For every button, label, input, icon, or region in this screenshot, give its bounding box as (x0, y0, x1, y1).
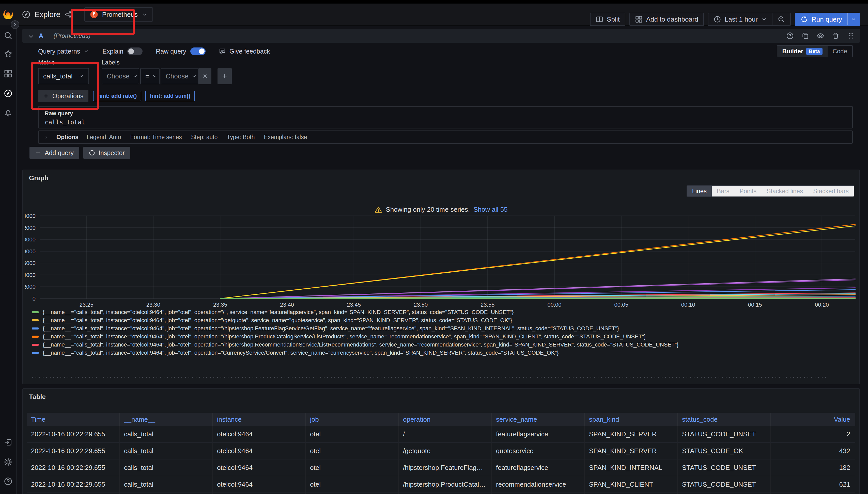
table-cell: recommendationservice (492, 493, 585, 494)
legend-item[interactable]: {__name__="calls_total", instance="otelc… (32, 308, 855, 316)
toggle-visibility-button[interactable] (817, 32, 824, 40)
explain-toggle[interactable] (127, 48, 143, 55)
label-value-placeholder: Choose (166, 72, 188, 80)
label-value-select[interactable]: Choose (161, 68, 199, 84)
inspector-button[interactable]: Inspector (83, 147, 130, 159)
query-hint-button[interactable]: hint: add rate() (93, 91, 141, 101)
chevron-down-icon (851, 17, 856, 22)
sidebar-item-dashboards[interactable] (0, 67, 16, 80)
query-options-toggle[interactable]: Options Legend: AutoFormat: Time seriesS… (38, 131, 853, 144)
collapse-query-icon[interactable] (28, 33, 33, 39)
graph-style-tab-points[interactable]: Points (734, 186, 761, 196)
sidebar-item-search[interactable] (0, 29, 16, 42)
search-icon (4, 31, 13, 40)
datasource-picker[interactable]: Prometheus (84, 7, 153, 22)
legend-item[interactable]: {__name__="calls_total", instance="otelc… (32, 349, 855, 357)
svg-text:23:45: 23:45 (347, 302, 361, 308)
series-limit-warning: Showing only 20 time series. Show all 55 (23, 206, 860, 213)
legend-series-color (32, 336, 39, 338)
time-range-picker[interactable]: Last 1 hour (708, 13, 772, 25)
query-patterns-dropdown[interactable]: Query patterns (38, 48, 89, 55)
query-patterns-label: Query patterns (38, 48, 80, 55)
split-button[interactable]: Split (590, 13, 625, 26)
metric-select[interactable]: calls_total (38, 68, 89, 84)
table-column-header-value[interactable]: Value (771, 413, 855, 426)
sidebar-item-help[interactable] (0, 475, 16, 488)
svg-text:23:25: 23:25 (79, 302, 93, 308)
graph-style-tab-lines[interactable]: Lines (687, 186, 712, 196)
sidebar-item-starred[interactable] (0, 47, 16, 60)
duplicate-query-button[interactable] (801, 32, 809, 40)
add-to-dashboard-button[interactable]: Add to dashboard (629, 13, 704, 26)
table-column-header-time[interactable]: Time (27, 413, 120, 426)
table-column-header-servicename[interactable]: service_name (492, 413, 585, 426)
sidebar-item-configuration[interactable] (0, 455, 16, 469)
operations-button[interactable]: Operations (38, 90, 88, 102)
table-row: 2022-10-16 00:22:29.655calls_totalotelco… (27, 443, 855, 459)
query-row-header[interactable]: A (Prometheus) (22, 29, 860, 43)
graph-style-tab-bars[interactable]: Bars (712, 186, 734, 196)
delete-query-button[interactable] (832, 32, 839, 40)
window-top-strip (0, 0, 868, 3)
svg-text:23:55: 23:55 (481, 302, 494, 308)
query-hint-button[interactable]: hint: add sum() (145, 91, 195, 101)
add-label-filter-button[interactable] (217, 68, 232, 84)
svg-text:00:05: 00:05 (614, 302, 628, 308)
operations-row: Operations hint: add rate()hint: add sum… (38, 90, 195, 102)
copy-icon (801, 32, 809, 40)
run-query-dropdown[interactable] (847, 13, 860, 25)
dashboards-icon (4, 69, 13, 78)
legend-item[interactable]: {__name__="calls_total", instance="otelc… (32, 332, 855, 341)
drag-query-handle[interactable] (847, 32, 855, 40)
svg-text:00:00: 00:00 (547, 302, 561, 308)
label-key-select[interactable]: Choose (102, 68, 139, 84)
sidebar-item-sign-in[interactable] (0, 436, 16, 449)
legend-series-label: {__name__="calls_total", instance="otelc… (43, 325, 619, 332)
label-operator-select[interactable]: = (140, 68, 160, 84)
legend-item[interactable]: {__name__="calls_total", instance="otelc… (32, 324, 855, 332)
add-query-button[interactable]: Add query (30, 147, 79, 159)
svg-text:23:50: 23:50 (414, 302, 428, 308)
run-query-button[interactable]: Run query (795, 13, 847, 25)
time-series-chart[interactable]: 0200040006000800010000120001400023:2523:… (25, 213, 858, 308)
table-cell: 2022-10-16 00:22:29.655 (27, 493, 120, 494)
sidebar-item-alerting[interactable] (0, 106, 16, 119)
graph-legend: {__name__="calls_total", instance="otelc… (32, 308, 855, 359)
raw-query-label: Raw query (156, 48, 186, 55)
share-icon[interactable] (65, 11, 72, 18)
zoom-out-button[interactable] (772, 13, 790, 25)
raw-query-toggle[interactable] (190, 48, 205, 55)
table-cell: otel (306, 476, 399, 493)
table-cell: otel (306, 443, 399, 459)
grafana-explore-page: Explore Prometheus Split Add to dashboar… (0, 0, 868, 494)
graph-style-tab-stacked-lines[interactable]: Stacked lines (761, 186, 808, 196)
table-column-header-name[interactable]: __name__ (120, 413, 213, 426)
give-feedback-button[interactable]: Give feedback (219, 48, 270, 55)
table-cell: calls_total (120, 493, 213, 494)
help-circle-icon (786, 32, 794, 40)
query-help-button[interactable] (786, 32, 794, 40)
legend-series-label: {__name__="calls_total", instance="otelc… (43, 341, 679, 348)
legend-item[interactable]: {__name__="calls_total", instance="otelc… (32, 341, 855, 349)
legend-item[interactable]: {__name__="calls_total", instance="otelc… (32, 316, 855, 324)
chevron-down-icon (28, 33, 35, 40)
builder-tab[interactable]: Builder Beta (777, 46, 828, 57)
table-cell: SPAN_KIND_SERVER (585, 443, 678, 459)
table-column-header-operation[interactable]: operation (399, 413, 492, 426)
show-all-series-link[interactable]: Show all 55 (473, 206, 507, 213)
svg-text:10000: 10000 (25, 236, 36, 243)
editor-mode-switch: Builder Beta Code (777, 45, 853, 57)
table-column-header-statuscode[interactable]: status_code (678, 413, 771, 426)
sidebar-expand-button[interactable] (11, 20, 19, 29)
remove-label-filter-button[interactable] (199, 68, 212, 84)
table-cell: calls_total (120, 476, 213, 493)
table-cell: otelcol:9464 (213, 459, 306, 476)
code-tab[interactable]: Code (828, 46, 852, 57)
table-column-header-instance[interactable]: instance (213, 413, 306, 426)
table-column-header-job[interactable]: job (306, 413, 399, 426)
table-column-header-spankind[interactable]: span_kind (585, 413, 678, 426)
svg-text:00:20: 00:20 (815, 302, 829, 308)
explain-label: Explain (103, 48, 123, 55)
graph-style-tab-stacked-bars[interactable]: Stacked bars (808, 186, 854, 196)
sidebar-item-explore[interactable] (0, 87, 16, 100)
